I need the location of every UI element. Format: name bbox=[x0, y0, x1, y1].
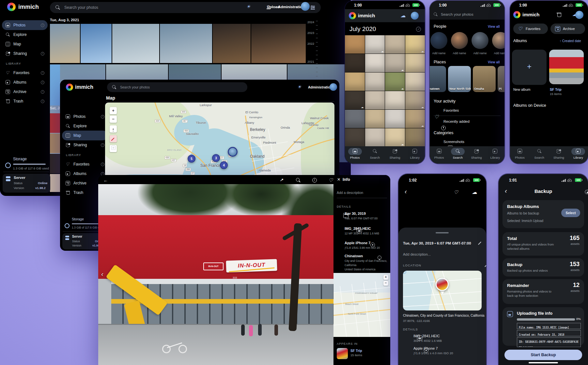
favorites-button[interactable]: Favorites bbox=[513, 24, 548, 34]
photo-thumbnail[interactable] bbox=[50, 24, 80, 63]
photo-thumbnail[interactable] bbox=[160, 24, 212, 63]
photo-tile[interactable] bbox=[405, 54, 425, 72]
map-zoom-out-button[interactable]: − bbox=[110, 116, 117, 123]
sidebar-item-sharing[interactable]: Sharing bbox=[62, 140, 108, 150]
photo-tile[interactable] bbox=[365, 128, 385, 147]
photo-thumbnail[interactable] bbox=[50, 134, 60, 153]
sidebar-item-map[interactable]: Map bbox=[62, 131, 108, 140]
add-name-link[interactable]: Add name bbox=[492, 52, 504, 55]
home-indicator[interactable] bbox=[529, 362, 558, 363]
select-all-icon[interactable] bbox=[416, 27, 421, 32]
photo-tile[interactable] bbox=[385, 35, 405, 54]
map-photo-marker[interactable] bbox=[228, 147, 238, 157]
user-avatar[interactable] bbox=[411, 12, 419, 20]
map-cluster-marker[interactable]: 4 bbox=[220, 161, 228, 169]
photo-tile[interactable] bbox=[365, 110, 385, 128]
photo-thumbnail[interactable] bbox=[50, 154, 60, 173]
photo-thumbnail[interactable] bbox=[213, 24, 251, 63]
place-tile[interactable]: Chinatown bbox=[430, 66, 446, 92]
sidebar-item-photos[interactable]: Photos bbox=[2, 20, 48, 30]
nav-item-search[interactable]: Search bbox=[530, 146, 549, 164]
location-map[interactable] bbox=[403, 271, 482, 310]
person-face[interactable] bbox=[451, 32, 468, 49]
recently-added-row[interactable]: Recently added bbox=[443, 119, 470, 123]
photo-tile[interactable]: ☁ bbox=[405, 91, 425, 109]
search-input[interactable]: Search your photos bbox=[441, 12, 473, 16]
photo-tile[interactable] bbox=[345, 128, 365, 147]
nav-item-photos[interactable]: Photos bbox=[430, 146, 448, 164]
map-cluster-marker[interactable]: 5 bbox=[188, 155, 195, 163]
photo-tile[interactable]: ☁ bbox=[385, 72, 405, 91]
photo-tile[interactable]: ☁ bbox=[405, 110, 425, 128]
map-attribution-icon[interactable] bbox=[403, 271, 406, 274]
nav-item-sharing[interactable]: Sharing bbox=[385, 146, 405, 164]
screenshots-row[interactable]: Screenshots bbox=[443, 140, 464, 144]
nav-item-sharing[interactable]: Sharing bbox=[467, 146, 486, 164]
sidebar-item-sharing[interactable]: Sharing bbox=[2, 49, 48, 58]
photo-tile[interactable] bbox=[365, 72, 385, 91]
start-backup-button[interactable]: Start Backup bbox=[504, 350, 582, 360]
close-icon[interactable] bbox=[336, 177, 341, 182]
photo-tile[interactable] bbox=[345, 110, 365, 128]
nav-item-sharing[interactable]: Sharing bbox=[549, 146, 569, 164]
sidebar-item-photos[interactable]: Photos bbox=[62, 112, 108, 121]
place-tile[interactable]: Pi bbox=[498, 66, 504, 92]
sort-order-control[interactable]: ↑ Created date bbox=[560, 39, 581, 43]
sidebar-item-trash[interactable]: Trash bbox=[2, 96, 48, 106]
edit-date-icon[interactable] bbox=[477, 241, 483, 246]
sidebar-item-favorites[interactable]: Favorites bbox=[62, 159, 108, 169]
nav-item-search[interactable]: Search bbox=[365, 146, 385, 164]
place-tile[interactable]: Near North Side bbox=[448, 66, 471, 92]
people-view-all-link[interactable]: View all bbox=[488, 25, 500, 28]
map-hide-markers-button[interactable] bbox=[110, 135, 117, 142]
photo-canvas[interactable]: IN-N-OUT IN-N-OUT 333 bbox=[98, 184, 333, 365]
favorite-icon[interactable] bbox=[329, 178, 334, 183]
photo-tile[interactable] bbox=[345, 35, 365, 54]
new-album-tile[interactable]: + bbox=[512, 50, 547, 85]
favorite-icon[interactable] bbox=[454, 190, 459, 195]
photo-tile[interactable]: ☁ bbox=[405, 35, 425, 54]
edit-location-icon[interactable] bbox=[484, 263, 486, 268]
add-name-link[interactable]: Add name bbox=[430, 52, 447, 55]
back-icon[interactable] bbox=[103, 178, 109, 183]
favorites-row[interactable]: Favorites bbox=[443, 108, 459, 112]
photo-tile[interactable]: ☁ bbox=[385, 128, 405, 147]
theme-toggle-icon[interactable] bbox=[297, 85, 302, 90]
info-icon[interactable] bbox=[312, 178, 317, 183]
archive-button[interactable]: Archive bbox=[550, 24, 585, 34]
sidebar-item-albums[interactable]: Albums bbox=[2, 77, 48, 87]
person-face[interactable] bbox=[430, 32, 447, 49]
filter-icon[interactable] bbox=[310, 5, 316, 10]
photo-tile[interactable] bbox=[405, 128, 425, 147]
photo-tile[interactable] bbox=[365, 91, 385, 109]
places-view-all-link[interactable]: View all bbox=[488, 60, 500, 64]
user-avatar[interactable] bbox=[330, 83, 337, 91]
previous-photo-icon[interactable] bbox=[100, 272, 105, 277]
nav-item-search[interactable]: Search bbox=[448, 146, 467, 164]
photo-thumbnail[interactable] bbox=[50, 65, 60, 105]
info-minimap[interactable]: FISHERMAN'S WHARF Beach Street North Poi… bbox=[333, 273, 390, 337]
description-input[interactable]: Add a description bbox=[337, 191, 363, 195]
trash-icon[interactable] bbox=[556, 12, 562, 17]
nav-item-library[interactable]: Library bbox=[405, 146, 425, 164]
sidebar-item-explore[interactable]: Explore bbox=[62, 121, 108, 131]
add-name-link[interactable]: Add name bbox=[451, 52, 468, 55]
nav-item-library[interactable]: Library bbox=[486, 146, 504, 164]
sheet-handle[interactable] bbox=[436, 232, 449, 233]
photo-tile[interactable] bbox=[385, 91, 405, 109]
nav-item-photos[interactable]: Photos bbox=[345, 146, 365, 164]
select-button[interactable]: Select bbox=[561, 209, 580, 217]
share-icon[interactable] bbox=[279, 178, 284, 183]
photo-tile[interactable] bbox=[345, 72, 365, 91]
photo-tile[interactable] bbox=[385, 110, 405, 128]
place-tile[interactable]: Omaha bbox=[473, 66, 496, 92]
photo-tile[interactable]: ☁ bbox=[365, 35, 385, 54]
map-zoom-in-button[interactable]: + bbox=[110, 107, 117, 114]
album-thumbnail[interactable] bbox=[337, 348, 348, 359]
add-name-link[interactable]: Add name bbox=[472, 52, 488, 55]
map-cluster-marker[interactable]: 3 bbox=[212, 154, 220, 162]
upload-cloud-icon[interactable] bbox=[472, 190, 477, 195]
map-compass-button[interactable] bbox=[110, 125, 117, 133]
theme-toggle-icon[interactable] bbox=[246, 4, 251, 9]
sidebar-item-favorites[interactable]: Favorites bbox=[2, 68, 48, 78]
